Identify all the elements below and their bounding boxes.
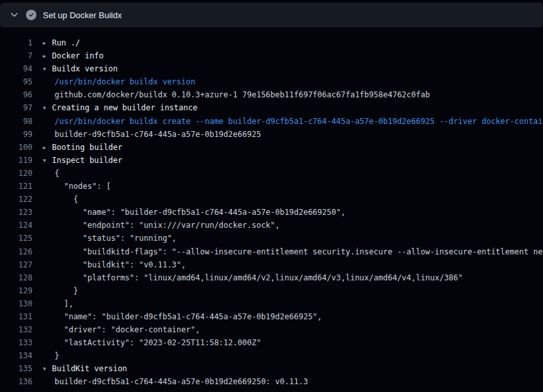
step-header[interactable]: Set up Docker Buildx [0,3,543,27]
group-header[interactable]: ▶Booting builder [43,141,122,154]
log-text: "lastActivity": "2023-02-25T11:58:12.000… [43,336,261,349]
log-line: 125 "status": "running", [0,232,543,245]
log-line: 133 "lastActivity": "2023-02-25T11:58:12… [0,336,543,349]
line-number[interactable]: 96 [0,88,32,101]
log-text: "buildkitd-flags": "--allow-insecure-ent… [43,245,543,258]
log-group-line[interactable]: 97▼Creating a new builder instance [0,101,543,114]
log-line: 121 "nodes": [ [0,180,543,193]
line-number[interactable]: 123 [0,206,32,219]
line-number[interactable]: 120 [0,167,32,180]
group-header[interactable]: ▼Buildx version [43,62,118,75]
group-label: Buildx version [52,64,118,73]
line-number[interactable]: 131 [0,310,32,323]
log-group-line[interactable]: 7▶Docker info [0,49,543,62]
log-line: 136builder-d9cfb5a1-c764-445a-a57e-0b19d… [0,375,543,388]
log-line: 127 "buildkit": "v0.11.3", [0,258,543,271]
log-text: "buildkit": "v0.11.3", [43,258,186,271]
line-number[interactable]: 126 [0,245,32,258]
log-group-line[interactable]: 135▼BuildKit version [0,362,543,375]
line-number[interactable]: 132 [0,323,32,336]
log-text: /usr/bin/docker buildx create --name bui… [43,115,543,128]
log-line: 123 "name": "builder-d9cfb5a1-c764-445a-… [0,206,543,219]
log-line: 99builder-d9cfb5a1-c764-445a-a57e-0b19d2… [0,128,543,141]
line-number[interactable]: 97 [0,101,32,114]
log-text: ], [43,297,73,310]
log-text: /usr/bin/docker buildx version [43,75,196,88]
group-label: Inspect builder [52,156,122,165]
log-line: 122 { [0,193,543,206]
group-header[interactable]: ▶Docker info [43,49,103,62]
log-text: "name": "builder-d9cfb5a1-c764-445a-a57e… [43,310,322,323]
log-line: 124 "endpoint": "unix:///var/run/docker.… [0,219,543,232]
line-number[interactable]: 125 [0,232,32,245]
triangle-down-icon[interactable]: ▼ [43,63,52,76]
triangle-right-icon[interactable]: ▶ [43,141,52,154]
log-text: { [43,167,59,180]
line-number[interactable]: 122 [0,193,32,206]
log-line: 134} [0,349,543,362]
chevron-down-icon[interactable] [9,10,19,20]
log-text: } [43,349,59,362]
line-number[interactable]: 99 [0,128,32,141]
line-number[interactable]: 127 [0,258,32,271]
log-text: "endpoint": "unix:///var/run/docker.sock… [43,219,280,232]
log-text: { [43,193,78,206]
line-number[interactable]: 98 [0,115,32,128]
log-line: 120{ [0,167,543,180]
log-group-line[interactable]: 100▶Booting builder [0,141,543,154]
log-text: "platforms": "linux/amd64,linux/amd64/v2… [43,271,463,284]
line-number[interactable]: 135 [0,362,32,375]
log-text: "name": "builder-d9cfb5a1-c764-445a-a57e… [43,206,346,219]
line-number[interactable]: 130 [0,297,32,310]
group-label: Booting builder [52,143,122,152]
log-line: 98/usr/bin/docker buildx create --name b… [0,115,543,128]
log-text: builder-d9cfb5a1-c764-445a-a57e-0b19d2e6… [43,375,308,388]
triangle-right-icon[interactable]: ▶ [43,50,52,63]
group-header[interactable]: ▶Run ./ [43,36,80,49]
log-line: 131 "name": "builder-d9cfb5a1-c764-445a-… [0,310,543,323]
log-line: 95/usr/bin/docker buildx version [0,75,543,88]
line-number[interactable]: 1 [0,36,32,49]
log-group-line[interactable]: 119▼Inspect builder [0,154,543,167]
line-number[interactable]: 95 [0,75,32,88]
line-number[interactable]: 100 [0,141,32,154]
log-text: github.com/docker/buildx 0.10.3+azure-1 … [43,88,430,101]
line-number[interactable]: 94 [0,62,32,75]
line-number[interactable]: 124 [0,219,32,232]
group-label: Docker info [52,51,103,60]
triangle-down-icon[interactable]: ▼ [43,154,52,167]
log-text: "status": "running", [43,232,177,245]
log-line: 96github.com/docker/buildx 0.10.3+azure-… [0,88,543,101]
log-group-line[interactable]: 1▶Run ./ [0,36,543,49]
log-text: } [43,284,78,297]
step-title: Set up Docker Buildx [43,10,121,20]
group-label: Run ./ [52,38,80,47]
log-line: 129 } [0,284,543,297]
triangle-down-icon[interactable]: ▼ [43,363,52,376]
group-header[interactable]: ▼BuildKit version [43,362,127,375]
group-label: BuildKit version [52,364,127,373]
log-text: builder-d9cfb5a1-c764-445a-a57e-0b19d2e6… [43,128,261,141]
line-number[interactable]: 7 [0,49,32,62]
line-number[interactable]: 128 [0,271,32,284]
log-line: 132 "driver": "docker-container", [0,323,543,336]
line-number[interactable]: 121 [0,180,32,193]
log-line: 130 ], [0,297,543,310]
group-header[interactable]: ▼Creating a new builder instance [43,101,197,114]
check-circle-icon [26,10,36,20]
group-header[interactable]: ▼Inspect builder [43,154,122,167]
line-number[interactable]: 133 [0,336,32,349]
log-group-line[interactable]: 94▼Buildx version [0,62,543,75]
log-text: "driver": "docker-container", [43,323,200,336]
group-label: Creating a new builder instance [52,103,197,112]
log-viewer: 1▶Run ./7▶Docker info94▼Buildx version95… [0,36,543,389]
triangle-down-icon[interactable]: ▼ [43,102,52,115]
line-number[interactable]: 136 [0,375,32,388]
log-text: "nodes": [ [43,180,111,193]
line-number[interactable]: 119 [0,154,32,167]
log-line: 126 "buildkitd-flags": "--allow-insecure… [0,245,543,258]
line-number[interactable]: 134 [0,349,32,362]
triangle-right-icon[interactable]: ▶ [43,37,52,50]
line-number[interactable]: 129 [0,284,32,297]
log-line: 128 "platforms": "linux/amd64,linux/amd6… [0,271,543,284]
